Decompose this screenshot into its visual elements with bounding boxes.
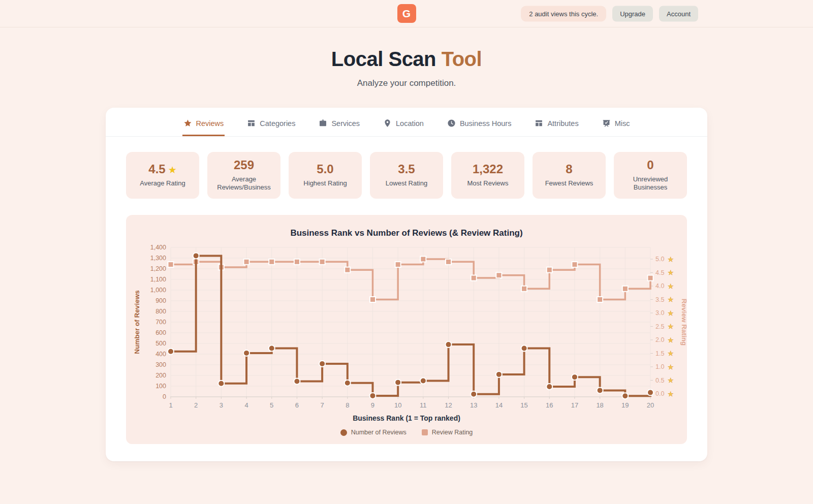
svg-text:1,300: 1,300 bbox=[150, 255, 166, 262]
svg-text:10: 10 bbox=[394, 401, 401, 409]
number-of-reviews-point-2[interactable] bbox=[193, 253, 199, 259]
review-rating-point-7[interactable] bbox=[320, 259, 325, 265]
number-of-reviews-point-9[interactable] bbox=[369, 393, 376, 399]
review-rating-point-16[interactable] bbox=[547, 267, 552, 273]
tab-location[interactable]: Location bbox=[382, 111, 425, 136]
number-of-reviews-point-15[interactable] bbox=[521, 345, 527, 351]
x-axis: 1234567891011121314151617181920 bbox=[169, 397, 654, 409]
svg-text:3.5: 3.5 bbox=[655, 296, 664, 303]
chart-legend: Number of ReviewsReview Rating bbox=[126, 429, 687, 436]
star-icon: ★ bbox=[668, 296, 674, 303]
number-of-reviews-point-16[interactable] bbox=[546, 384, 552, 390]
svg-text:11: 11 bbox=[420, 401, 427, 409]
pin-icon bbox=[383, 119, 392, 128]
review-rating-point-15[interactable] bbox=[521, 286, 527, 292]
star-icon: ★ bbox=[668, 309, 674, 317]
number-of-reviews-point-18[interactable] bbox=[597, 387, 603, 393]
number-of-reviews-line bbox=[171, 256, 650, 396]
review-rating-point-10[interactable] bbox=[395, 262, 401, 267]
legend-item-number-of-reviews[interactable]: Number of Reviews bbox=[340, 429, 407, 436]
number-of-reviews-point-19[interactable] bbox=[622, 393, 628, 399]
star-icon: ★ bbox=[668, 256, 674, 263]
svg-text:0.5: 0.5 bbox=[655, 377, 664, 384]
star-icon: ★ bbox=[668, 350, 674, 357]
number-of-reviews-point-12[interactable] bbox=[446, 341, 452, 348]
review-rating-point-5[interactable] bbox=[269, 259, 274, 265]
svg-text:1: 1 bbox=[169, 401, 172, 409]
app-logo[interactable]: G bbox=[397, 4, 416, 23]
svg-text:400: 400 bbox=[155, 351, 166, 358]
svg-text:0.0: 0.0 bbox=[655, 390, 664, 397]
svg-text:19: 19 bbox=[621, 401, 629, 409]
svg-text:5: 5 bbox=[270, 401, 273, 409]
number-of-reviews-point-13[interactable] bbox=[471, 391, 477, 397]
review-rating-point-6[interactable] bbox=[294, 259, 300, 265]
review-rating-point-20[interactable] bbox=[648, 275, 653, 281]
number-of-reviews-point-8[interactable] bbox=[345, 380, 351, 386]
topbar: G 2 audit views this cycle. Upgrade Acco… bbox=[0, 0, 813, 27]
svg-text:9: 9 bbox=[371, 401, 374, 409]
number-of-reviews-point-14[interactable] bbox=[496, 371, 502, 377]
review-rating-point-19[interactable] bbox=[622, 286, 628, 292]
number-of-reviews-point-4[interactable] bbox=[243, 350, 249, 356]
tab-bar: Reviews Categories Services Location Bus… bbox=[106, 108, 707, 137]
svg-text:2.5: 2.5 bbox=[655, 323, 664, 330]
left-axis-title: Number of Reviews bbox=[133, 290, 141, 354]
tab-categories[interactable]: Categories bbox=[246, 111, 296, 136]
legend-square-marker bbox=[422, 429, 428, 435]
svg-text:500: 500 bbox=[155, 340, 166, 347]
tab-business-hours[interactable]: Business Hours bbox=[446, 111, 513, 136]
review-rating-point-17[interactable] bbox=[572, 262, 577, 267]
svg-text:4.0: 4.0 bbox=[655, 282, 664, 290]
svg-text:2.0: 2.0 bbox=[655, 336, 664, 343]
svg-text:700: 700 bbox=[155, 319, 166, 326]
number-of-reviews-point-1[interactable] bbox=[168, 349, 174, 355]
page-title: Local Scan Tool bbox=[0, 48, 813, 71]
number-of-reviews-point-11[interactable] bbox=[420, 378, 426, 384]
x-axis-title: Business Rank (1 = Top ranked) bbox=[126, 414, 687, 422]
rank-vs-reviews-chart: 1234567891011121314151617181920010020030… bbox=[126, 243, 687, 414]
review-rating-point-12[interactable] bbox=[446, 259, 451, 265]
legend-item-review-rating[interactable]: Review Rating bbox=[422, 429, 473, 436]
stat-card-unreviewed-businesses: 0★ Unreviewed Businesses bbox=[614, 152, 687, 199]
upgrade-button[interactable]: Upgrade bbox=[612, 6, 653, 21]
number-of-reviews-point-7[interactable] bbox=[319, 361, 325, 367]
review-rating-point-4[interactable] bbox=[244, 259, 249, 265]
number-of-reviews-point-3[interactable] bbox=[218, 381, 224, 387]
svg-text:4: 4 bbox=[244, 401, 248, 409]
svg-text:16: 16 bbox=[546, 401, 553, 409]
board-check-icon bbox=[602, 119, 611, 128]
right-axis: 0.0★0.5★1.0★1.5★2.0★2.5★3.0★3.5★4.0★4.5★… bbox=[650, 256, 687, 398]
tab-misc[interactable]: Misc bbox=[601, 111, 631, 136]
svg-text:900: 900 bbox=[155, 297, 166, 304]
number-of-reviews-point-20[interactable] bbox=[647, 390, 653, 396]
tab-services[interactable]: Services bbox=[318, 111, 361, 136]
chart-gridlines bbox=[171, 247, 650, 397]
number-of-reviews-point-10[interactable] bbox=[395, 380, 401, 386]
review-rating-point-9[interactable] bbox=[370, 297, 376, 302]
topbar-inner: G 2 audit views this cycle. Upgrade Acco… bbox=[106, 0, 707, 27]
audit-views-pill: 2 audit views this cycle. bbox=[521, 6, 606, 21]
review-rating-point-1[interactable] bbox=[168, 262, 174, 267]
star-icon: ★ bbox=[668, 282, 674, 290]
review-rating-point-8[interactable] bbox=[345, 267, 350, 273]
columns-icon bbox=[247, 119, 256, 128]
number-of-reviews-series bbox=[168, 253, 653, 399]
number-of-reviews-point-17[interactable] bbox=[572, 374, 578, 380]
review-rating-point-13[interactable] bbox=[471, 275, 477, 281]
star-icon: ★ bbox=[668, 269, 674, 276]
chart-title: Business Rank vs Number of Reviews (& Re… bbox=[126, 228, 687, 238]
number-of-reviews-point-6[interactable] bbox=[294, 379, 300, 385]
stats-row: 4.5★ Average Rating 259★ Average Reviews… bbox=[106, 137, 707, 199]
number-of-reviews-point-5[interactable] bbox=[269, 345, 275, 351]
review-rating-point-18[interactable] bbox=[597, 297, 603, 302]
star-icon bbox=[183, 119, 192, 128]
tab-reviews[interactable]: Reviews bbox=[182, 111, 225, 136]
svg-text:1.5: 1.5 bbox=[655, 350, 664, 357]
svg-text:1,200: 1,200 bbox=[150, 265, 166, 272]
columns-icon bbox=[535, 119, 543, 128]
review-rating-point-11[interactable] bbox=[420, 257, 426, 262]
review-rating-point-14[interactable] bbox=[496, 272, 502, 278]
account-button[interactable]: Account bbox=[659, 6, 698, 21]
tab-attributes[interactable]: Attributes bbox=[534, 111, 579, 136]
